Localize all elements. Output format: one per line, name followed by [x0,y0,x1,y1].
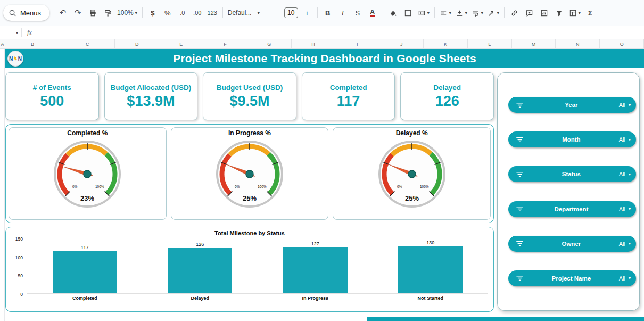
bar-chart-body: 150100500 117Completed126Delayed127In Pr… [11,238,488,304]
bar-category-label: In Progress [302,294,328,302]
font-name: Defaul... [228,9,252,17]
borders-button[interactable] [401,6,415,20]
text-color-glyph: A [370,9,375,17]
row-gutter [4,49,5,321]
slicer-value: All [619,136,625,143]
functions-button[interactable]: Σ [583,6,597,20]
text-rotation-button[interactable]: ▾ [486,6,501,20]
redo-button[interactable]: ↷ [71,6,85,20]
column-header-E[interactable]: E [159,39,203,48]
svg-text:25%: 25% [243,194,257,202]
increase-decimal-button[interactable]: .00 [191,6,204,20]
chevron-down-icon: ▾ [449,11,451,15]
y-axis-tick: 0 [20,292,23,297]
slicer-project-name[interactable]: Project Name All▾ [508,270,636,286]
text-color-button[interactable]: A [366,6,379,20]
chevron-down-icon: ▾ [481,11,483,15]
font-size-input[interactable]: 10 [284,7,298,18]
divider [142,7,143,18]
column-header-L[interactable]: L [468,39,512,48]
svg-text:0%: 0% [397,185,402,188]
slicer-owner[interactable]: Owner All▾ [508,236,636,252]
chevron-down-icon: ▾ [16,30,18,35]
slicer-month[interactable]: Month All▾ [508,131,636,147]
bar-delayed[interactable] [168,248,232,294]
filter-icon [516,170,524,178]
divider [434,7,435,18]
kpi-card-budget-used: Budget Used (USD) $9.5M [203,72,296,120]
chevron-down-icon: ▾ [629,137,631,142]
column-header-G[interactable]: G [247,39,292,48]
column-header-N[interactable]: N [556,39,600,48]
slicer-value: All [619,102,625,108]
bar-slot: 117Completed [27,238,143,302]
gauge-chart-completed: 0%100%23% [47,138,127,212]
svg-text:100%: 100% [420,185,429,188]
column-header-H[interactable]: H [292,39,336,48]
paint-format-button[interactable] [101,6,114,20]
column-header-B[interactable]: B [5,39,60,48]
bar-slot: 126Delayed [143,238,258,302]
slicer-year[interactable]: Year All▾ [508,97,636,113]
fill-color-button[interactable] [386,6,400,20]
column-header-F[interactable]: F [203,39,247,48]
bar-category-label: Not Started [417,294,443,302]
charts-column: # of Events 500 Budget Allocated (USD) $… [5,72,494,312]
svg-text:100%: 100% [258,185,267,188]
filter-icon [516,240,524,248]
column-header-D[interactable]: D [115,39,159,48]
decrease-decimal-button[interactable]: .0 [176,6,189,20]
column-header-M[interactable]: M [512,39,556,48]
slicer-label: Owner [524,241,619,247]
column-header-K[interactable]: K [424,39,468,48]
zoom-select[interactable]: 100%▾ [115,6,139,20]
bar-category-label: Delayed [191,294,209,302]
strikethrough-button[interactable]: S [351,6,365,20]
gauge-chart-delayed: 0%100%25% [372,138,452,212]
format-percent-button[interactable]: % [161,6,175,20]
print-button[interactable] [86,6,100,20]
column-header-I[interactable]: I [335,39,379,48]
gauge-chart-in-progress: 0%100%25% [210,138,290,212]
svg-text:0%: 0% [72,185,78,188]
slicer-status[interactable]: Status All▾ [508,166,636,182]
kpi-label: Completed [330,84,367,92]
vertical-align-button[interactable]: ▾ [454,6,469,20]
bar-in-progress[interactable] [283,247,348,294]
font-select[interactable]: Defaul...▾ [226,6,261,20]
merge-cells-button[interactable]: ▾ [416,6,431,20]
increase-font-size-button[interactable]: + [300,6,314,20]
insert-link-button[interactable] [508,6,522,20]
bar-not-started[interactable] [398,246,463,294]
name-box[interactable]: ▾ [0,26,21,39]
table-views-button[interactable]: ▾ [567,6,582,20]
column-header-C[interactable]: C [60,39,115,48]
slicer-department[interactable]: Department All▾ [508,201,636,217]
bar-value-label: 130 [426,240,434,245]
column-header-A[interactable]: A [0,39,5,48]
column-header-J[interactable]: J [379,39,424,48]
undo-button[interactable]: ↶ [56,6,70,20]
gauge-section: Completed % 0%100%23% In Progress % 0%10… [5,124,494,223]
y-axis-tick: 100 [15,255,23,260]
column-header-O[interactable]: O [600,39,644,48]
create-filter-button[interactable] [552,6,566,20]
text-wrap-button[interactable]: ▾ [470,6,485,20]
bar-slot: 127In Progress [258,238,373,302]
horizontal-align-button[interactable]: ▾ [438,6,453,20]
insert-comment-button[interactable] [523,6,536,20]
format-currency-button[interactable]: $ [146,6,160,20]
insert-chart-button[interactable] [538,6,551,20]
number-format-button[interactable]: 123 [205,6,219,20]
chevron-down-icon: ▾ [427,11,430,15]
italic-button[interactable]: I [336,6,350,20]
bold-button[interactable]: B [321,6,335,20]
logo-letter: N [18,56,22,62]
bar-completed[interactable] [53,251,117,294]
decrease-font-size-button[interactable]: − [268,6,282,20]
menus-button[interactable]: Menus [3,5,49,21]
slicer-label: Status [524,171,619,177]
formula-input[interactable] [38,26,644,39]
svg-text:23%: 23% [80,194,94,202]
slicer-value: All [619,275,625,282]
